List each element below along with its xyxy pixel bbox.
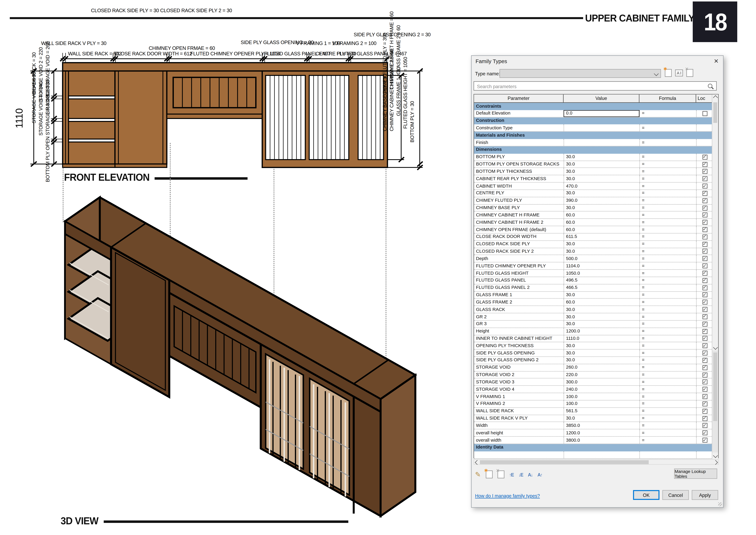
lock-checkbox[interactable] <box>702 373 707 377</box>
parameter-formula[interactable]: = <box>639 430 696 436</box>
lock-checkbox[interactable] <box>702 191 707 196</box>
parameter-row[interactable]: FLUTED GLASS PANEL 2 466.5 = <box>474 284 713 292</box>
parameter-row[interactable]: V FRAMING 2 100.0 = <box>474 401 713 408</box>
parameter-value[interactable]: 100.0 <box>563 393 639 400</box>
parameter-row[interactable]: GLASS FRAME 1 30.0 = <box>474 292 713 299</box>
lock-checkbox[interactable] <box>702 206 707 210</box>
parameter-value[interactable]: 60.0 <box>563 226 639 233</box>
parameter-formula[interactable]: = <box>639 401 696 407</box>
parameter-formula[interactable]: = <box>639 393 696 400</box>
apply-button[interactable]: Apply <box>692 490 718 500</box>
lock-checkbox[interactable] <box>702 314 707 319</box>
parameter-formula[interactable]: = <box>639 415 696 422</box>
lock-checkbox[interactable] <box>702 249 707 254</box>
parameter-value[interactable]: 0.0 <box>563 110 639 117</box>
parameter-row[interactable]: CLOSED RACK SIDE PLY 30.0 = <box>474 241 713 248</box>
parameter-value[interactable]: 30.0 <box>563 313 639 320</box>
parameter-row[interactable]: overall height 1200.0 = <box>474 430 713 437</box>
parameter-row[interactable]: CABINET REAR PLY THICKNESS 30.0 = <box>474 175 713 183</box>
parameter-formula[interactable]: = <box>639 328 696 335</box>
parameter-row[interactable]: Construction <box>474 117 713 125</box>
lock-checkbox[interactable] <box>702 358 707 363</box>
parameter-value[interactable]: 30.0 <box>563 161 639 168</box>
parameter-row[interactable]: Height 1200.0 = <box>474 328 713 335</box>
scrollbar-thumb[interactable] <box>713 102 717 123</box>
parameter-value[interactable]: 220.0 <box>563 371 639 378</box>
parameter-formula[interactable]: = <box>639 161 696 168</box>
parameter-value[interactable]: 390.0 <box>563 197 639 204</box>
parameter-value[interactable]: 466.5 <box>563 284 639 291</box>
parameter-row[interactable]: STORAGE VOID 2 220.0 = <box>474 371 713 379</box>
lock-checkbox[interactable] <box>702 423 707 428</box>
type-name-select[interactable] <box>500 69 661 78</box>
parameter-row[interactable]: WALL SIDE RACK V PLY 30.0 = <box>474 415 713 422</box>
parameter-value[interactable]: 500.0 <box>563 255 639 262</box>
parameter-value[interactable]: 60.0 <box>563 219 639 226</box>
parameter-formula[interactable]: = <box>639 284 696 291</box>
parameter-value[interactable]: 1110.0 <box>563 335 639 342</box>
parameter-value[interactable]: 30.0 <box>563 205 639 211</box>
lock-checkbox[interactable] <box>702 365 707 370</box>
parameter-formula[interactable]: = <box>639 386 696 393</box>
lock-checkbox[interactable] <box>702 285 707 290</box>
parameter-row[interactable]: Default Elevation 0.0 = <box>474 110 713 117</box>
parameter-formula[interactable]: = <box>639 241 696 247</box>
parameter-formula[interactable]: = <box>639 154 696 160</box>
parameter-formula[interactable]: = <box>639 408 696 414</box>
ok-button[interactable]: OK <box>633 490 660 500</box>
parameter-row[interactable]: STORAGE VOID 260.0 = <box>474 364 713 372</box>
lock-checkbox[interactable] <box>702 242 707 247</box>
parameter-value[interactable]: 30.0 <box>563 175 639 182</box>
lock-checkbox[interactable] <box>702 394 707 399</box>
search-input[interactable] <box>476 82 703 91</box>
parameter-value[interactable]: 30.0 <box>563 292 639 298</box>
parameter-row[interactable]: V FRAMING 1 100.0 = <box>474 393 713 401</box>
parameter-row[interactable]: SIDE PLY GLASS OPENING 2 30.0 = <box>474 357 713 364</box>
parameter-value[interactable] <box>563 139 639 146</box>
rename-type-icon[interactable]: A I <box>675 70 683 76</box>
column-formula[interactable]: Formula <box>639 95 696 102</box>
parameter-formula[interactable]: = <box>639 277 696 284</box>
lock-checkbox[interactable] <box>702 438 707 442</box>
parameter-value[interactable]: 30.0 <box>563 306 639 313</box>
lock-checkbox[interactable] <box>702 343 707 348</box>
parameter-formula[interactable]: = <box>639 371 696 378</box>
parameter-formula[interactable]: = <box>639 248 696 255</box>
parameter-formula[interactable]: = <box>639 197 696 204</box>
parameter-row[interactable] <box>474 451 713 459</box>
lock-checkbox[interactable] <box>702 271 707 276</box>
parameter-formula[interactable]: = <box>639 364 696 371</box>
parameter-value[interactable]: 30.0 <box>563 190 639 197</box>
parameter-value[interactable]: 1200.0 <box>563 328 639 335</box>
parameter-row[interactable]: BOTTOM PLY THICKNESS 30.0 = <box>474 168 713 176</box>
parameter-row[interactable]: FLUTED GLASS HEIGHT 1050.0 = <box>474 270 713 277</box>
scroll-down-icon[interactable] <box>712 452 718 459</box>
parameter-value[interactable]: 611.5 <box>563 234 639 240</box>
parameter-value[interactable]: 470.0 <box>563 183 639 189</box>
resize-grip[interactable] <box>718 502 722 506</box>
parameter-row[interactable]: Materials and Finishes <box>474 132 713 139</box>
parameter-row[interactable]: STORAGE VOID 3 300.0 = <box>474 379 713 386</box>
parameter-value[interactable]: 1104.0 <box>563 263 639 269</box>
parameter-value[interactable]: 260.0 <box>563 364 639 371</box>
lock-checkbox[interactable] <box>702 409 707 413</box>
parameter-row[interactable]: OPENING PLY THICKNESS 30.0 = <box>474 342 713 350</box>
parameter-value[interactable]: 300.0 <box>563 379 639 385</box>
parameter-value[interactable]: 30.0 <box>563 168 639 175</box>
lock-checkbox[interactable] <box>702 176 707 181</box>
parameter-value[interactable]: 30.0 <box>563 342 639 349</box>
column-value[interactable]: Value <box>563 95 639 102</box>
parameter-formula[interactable]: = <box>639 335 696 342</box>
lock-checkbox[interactable] <box>702 162 707 167</box>
parameter-row[interactable]: Depth 500.0 = <box>474 255 713 263</box>
new-type-icon[interactable] <box>665 69 672 77</box>
parameter-value[interactable]: 30.0 <box>563 248 639 255</box>
parameter-formula[interactable]: = <box>639 321 696 327</box>
column-lock[interactable]: Loc <box>696 95 708 102</box>
parameter-value[interactable]: 30.0 <box>563 154 639 160</box>
lock-checkbox[interactable] <box>702 336 707 341</box>
parameter-formula[interactable]: = <box>639 139 696 146</box>
parameter-row[interactable]: Width 3850.0 = <box>474 422 713 430</box>
lock-checkbox[interactable] <box>702 416 707 421</box>
lock-checkbox[interactable] <box>702 430 707 435</box>
